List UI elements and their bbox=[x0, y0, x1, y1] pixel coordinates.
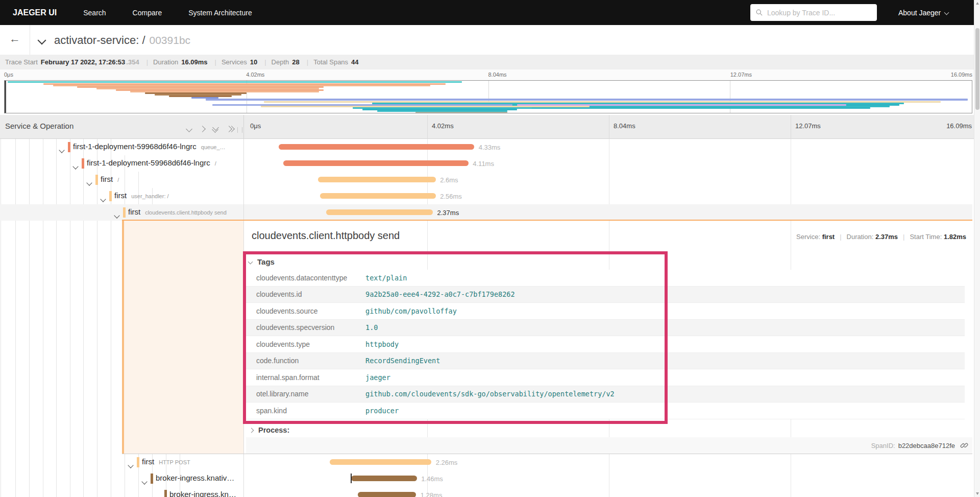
span-timeline-cell[interactable]: 4.33ms bbox=[246, 139, 973, 155]
span-duration-bar[interactable] bbox=[283, 160, 469, 166]
span-name-cell[interactable]: firstuser_handler: / bbox=[0, 188, 243, 204]
tag-key: span.kind bbox=[246, 407, 365, 415]
span-timeline-cell[interactable]: 1.46ms bbox=[246, 470, 973, 487]
collapse-chevron-icon[interactable] bbox=[129, 460, 133, 469]
span-duration-label: 2.56ms bbox=[440, 193, 462, 200]
chevron-down-icon bbox=[72, 163, 78, 169]
span-duration-bar[interactable] bbox=[318, 177, 436, 182]
collapse-chevron-icon[interactable] bbox=[60, 145, 64, 154]
span-operation-name: queue_… bbox=[201, 144, 226, 150]
tag-row[interactable]: cloudevents.specversion1.0 bbox=[246, 320, 965, 337]
tag-row[interactable]: cloudevents.sourcegithub/com/pavolloffay bbox=[246, 303, 965, 320]
span-service-name: firstuser_handler: / bbox=[114, 191, 169, 200]
span-timeline-cell[interactable]: 1.28ms bbox=[246, 487, 973, 497]
tag-value: producer bbox=[365, 407, 399, 415]
collapse-chevron-icon[interactable] bbox=[142, 477, 146, 486]
span-id-footer: SpanID: b22debcaa8e712fe bbox=[246, 437, 972, 454]
tag-value: jaeger bbox=[365, 373, 390, 382]
span-row[interactable]: first-1-deployment-59968d6f46-lngrcqueue… bbox=[0, 139, 972, 155]
span-duration-bar[interactable] bbox=[320, 193, 435, 199]
span-service-name: broker-ingress.knativ… bbox=[156, 474, 234, 482]
detail-meta-value: 1.82ms bbox=[944, 233, 966, 241]
span-name-cell[interactable]: first-1-deployment-59968d6f46-lngrcqueue… bbox=[0, 139, 243, 155]
span-row[interactable]: broker-ingress.knativ…1.46ms bbox=[0, 470, 972, 487]
scroll-down-arrow-icon[interactable] bbox=[976, 492, 979, 495]
collapse-chevron-icon[interactable] bbox=[115, 210, 119, 220]
span-name-cell[interactable]: firstcloudevents.client.httpbody send bbox=[0, 204, 243, 221]
collapse-chevron-icon[interactable] bbox=[156, 493, 160, 497]
span-detail-meta: Service: first|Duration: 2.37ms|Start Ti… bbox=[796, 233, 966, 241]
process-section-toggle[interactable]: Process: bbox=[250, 426, 289, 434]
detail-meta-value: 2.37ms bbox=[875, 233, 898, 241]
detail-meta-item: Start Time: 1.82ms bbox=[910, 233, 966, 241]
tag-value: 9a2b25a0-eee4-4292-a0c7-c7bf179e8262 bbox=[365, 290, 515, 298]
span-name-cell[interactable]: broker-ingress.kn… bbox=[0, 487, 243, 497]
selected-span-accent-border bbox=[122, 220, 972, 221]
vertical-scrollbar[interactable] bbox=[974, 0, 980, 497]
span-timeline-cell[interactable]: 2.26ms bbox=[246, 454, 973, 470]
tag-key: cloudevents.type bbox=[246, 340, 365, 348]
span-operation-name: cloudevents.client.httpbody send bbox=[145, 209, 227, 216]
span-row[interactable]: firstcloudevents.client.httpbody send2.3… bbox=[0, 204, 972, 221]
tag-key: cloudevents.specversion bbox=[246, 323, 365, 332]
collapse-chevron-icon[interactable] bbox=[87, 178, 91, 187]
tag-value: text/plain bbox=[365, 274, 407, 282]
span-duration-bar[interactable] bbox=[326, 209, 433, 215]
detail-meta-value: first bbox=[822, 233, 835, 241]
span-duration-bar[interactable] bbox=[330, 459, 431, 465]
span-name-cell[interactable]: first-1-deployment-59968d6f46-lngrc/ bbox=[0, 155, 243, 172]
span-detail-panel: cloudevents.client.httpbody send Service… bbox=[0, 221, 980, 454]
scrollbar-thumb[interactable] bbox=[975, 28, 979, 110]
span-row[interactable]: firstHTTP POST2.26ms bbox=[0, 454, 972, 470]
tag-value: 1.0 bbox=[365, 323, 378, 332]
span-duration-label: 1.28ms bbox=[421, 491, 443, 497]
link-icon[interactable] bbox=[960, 441, 968, 449]
tag-value: github.com/cloudevents/sdk-go/observabil… bbox=[365, 390, 615, 398]
span-duration-label: 4.11ms bbox=[473, 160, 494, 168]
tag-row[interactable]: cloudevents.typehttpbody bbox=[246, 336, 965, 353]
detail-meta-item: Service: first bbox=[796, 233, 835, 241]
span-operation-name: user_handler: / bbox=[131, 193, 168, 199]
span-duration-label: 1.46ms bbox=[421, 475, 443, 483]
span-row[interactable]: firstuser_handler: /2.56ms bbox=[0, 188, 972, 204]
span-timeline-cell[interactable]: 2.56ms bbox=[246, 188, 973, 204]
span-row[interactable]: first-1-deployment-59968d6f46-lngrc/4.11… bbox=[0, 155, 972, 172]
span-operation-name: / bbox=[117, 177, 119, 183]
span-operation-name: HTTP POST bbox=[159, 459, 190, 465]
span-timeline-cell[interactable]: 2.37ms bbox=[246, 204, 973, 221]
chevron-down-icon bbox=[155, 495, 161, 497]
span-row[interactable]: broker-ingress.kn…1.28ms bbox=[0, 487, 972, 497]
span-duration-label: 2.26ms bbox=[436, 459, 458, 466]
span-duration-bar[interactable] bbox=[279, 144, 474, 150]
tag-key: cloudevents.id bbox=[246, 290, 365, 298]
divider: | bbox=[840, 233, 841, 241]
tag-row[interactable]: internal.span.formatjaeger bbox=[246, 369, 965, 386]
span-service-name: firstcloudevents.client.httpbody send bbox=[128, 207, 227, 216]
span-name-cell[interactable]: broker-ingress.knativ… bbox=[0, 470, 243, 487]
chevron-down-icon bbox=[128, 462, 133, 468]
tags-section-toggle[interactable]: Tags bbox=[249, 257, 275, 266]
span-service-name: first-1-deployment-59968d6f46-lngrc/ bbox=[87, 158, 216, 167]
span-name-cell[interactable]: first/ bbox=[0, 172, 243, 188]
collapse-chevron-icon[interactable] bbox=[74, 161, 78, 171]
span-service-name: first/ bbox=[101, 175, 119, 183]
tag-value: github/com/pavolloffay bbox=[365, 307, 457, 315]
span-row[interactable]: first/2.6ms bbox=[0, 172, 972, 188]
span-timeline-cell[interactable]: 4.11ms bbox=[246, 155, 973, 172]
tag-row[interactable]: otel.library.namegithub.com/cloudevents/… bbox=[246, 386, 965, 403]
span-color-strip bbox=[164, 490, 167, 497]
span-timeline-cell[interactable]: 2.6ms bbox=[246, 172, 973, 188]
span-name-cell[interactable]: firstHTTP POST bbox=[0, 454, 243, 470]
tag-row[interactable]: cloudevents.id9a2b25a0-eee4-4292-a0c7-c7… bbox=[246, 287, 965, 303]
tag-row[interactable]: span.kindproducer bbox=[246, 403, 965, 419]
process-section-title: Process: bbox=[258, 426, 289, 434]
collapse-chevron-icon[interactable] bbox=[101, 194, 105, 203]
span-color-strip bbox=[68, 142, 70, 152]
tag-key: cloudevents.datacontenttype bbox=[246, 274, 365, 282]
span-duration-label: 4.33ms bbox=[479, 144, 501, 151]
tag-row[interactable]: code.functionRecordSendingEvent bbox=[246, 353, 965, 370]
span-duration-bar[interactable] bbox=[358, 492, 416, 497]
tag-row[interactable]: cloudevents.datacontenttypetext/plain bbox=[246, 270, 965, 287]
scroll-up-arrow-icon[interactable] bbox=[976, 2, 979, 5]
span-duration-bar[interactable] bbox=[351, 476, 416, 481]
